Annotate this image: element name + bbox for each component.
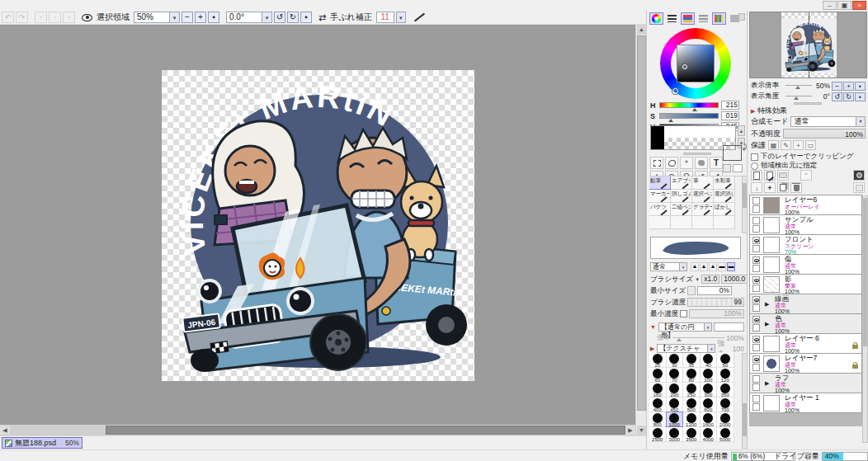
size-preset[interactable]: 300 [700,382,718,397]
new-layer-button[interactable] [751,170,762,181]
size-preset[interactable]: 250 [682,382,701,397]
nav-rotate-ccw-button[interactable]: ↺ [832,92,842,101]
zoom-value[interactable]: 50% [134,12,170,23]
layer-visibility-toggle[interactable] [752,256,760,264]
size-preset[interactable]: 30 [666,353,684,368]
layer-select-toggle[interactable] [752,344,760,351]
layer-select-toggle[interactable] [752,383,760,391]
size-preset[interactable]: 1200 [682,412,701,427]
layer-select-toggle[interactable] [752,403,760,411]
menu-item[interactable] [26,0,38,11]
layer-visibility-toggle[interactable] [752,336,760,343]
hue-slider[interactable] [659,102,719,108]
canvas-viewport[interactable]: VICEKEt MARtiN VICEKEt MARtiN [0,25,635,425]
brush-tool[interactable]: 消しゴム [670,189,692,203]
layer-row[interactable]: ▶ ラフ 通常 100% [749,373,862,393]
menu-item[interactable] [61,0,73,11]
canvas-document[interactable]: VICEKEt MARtiN VICEKEt MARtiN [162,70,474,381]
size-preset[interactable]: 2500 [649,426,667,442]
minimize-button[interactable]: – [823,1,837,10]
close-button[interactable]: × [852,1,866,10]
nav-zoom-out-button[interactable]: − [832,82,842,91]
angle-combo[interactable]: 0.0° ▾ [226,12,272,23]
tab-gray-sliders[interactable] [696,12,710,25]
density-value[interactable]: 99 [687,298,744,307]
size-preset[interactable]: 5000 [716,426,734,442]
layer-visibility-toggle[interactable] [752,296,760,303]
select-move-tool[interactable] [695,157,708,169]
layer-visibility-toggle[interactable] [752,316,760,323]
cut-button[interactable]: ▫ [35,12,47,23]
magic-wand-tool[interactable] [680,157,693,169]
zoom-dropdown-icon[interactable]: ▾ [170,12,180,23]
protect-move-button[interactable]: + [793,140,804,150]
brush-tool[interactable] [670,215,692,229]
layer-row[interactable]: ▶ 傷 通常 100% [749,254,862,275]
saturation-value-square[interactable] [677,45,715,82]
new-linework-layer-button[interactable] [764,170,776,181]
brush-tool[interactable] [713,215,735,229]
layer-row[interactable]: ▶ フロント スクリーン 70% [749,234,862,255]
nav-angle-reset-button[interactable]: ▪ [855,92,866,101]
document-tab[interactable]: 無題188.psd 50% [2,437,83,449]
menu-item[interactable] [107,0,119,11]
layer-row[interactable]: ▶ レイヤー 1 通常 100% [749,393,862,413]
brush-tool[interactable]: 筆 [691,176,714,190]
navigator-preview[interactable] [749,12,867,78]
layer-select-toggle[interactable] [752,324,760,332]
layer-select-toggle[interactable] [752,205,760,213]
zoom-in-button[interactable]: + [195,12,206,23]
merge-down-button[interactable] [764,182,776,193]
view-angle-slider[interactable] [785,92,812,101]
menu-item[interactable] [38,0,50,11]
hscroll-thumb[interactable] [106,426,625,435]
menu-item[interactable] [50,0,61,11]
folder-expand-icon[interactable]: ▶ [765,380,769,387]
brush-tool[interactable]: エアブラシ [670,176,692,190]
zoom-reset-button[interactable]: ▪ [208,12,219,23]
brush-tool[interactable]: ぼかし [713,202,735,216]
undo-button[interactable]: ↶ [2,12,14,23]
size-multiplier[interactable]: x1.0 [701,275,719,284]
size-preset[interactable]: 25 [649,353,667,368]
nav-zoom-in-button[interactable]: + [843,82,854,91]
shape-expand-icon[interactable]: ▼ [650,324,656,330]
layer-select-toggle[interactable] [752,304,760,312]
layer-mask-button[interactable] [853,170,865,181]
size-preset[interactable]: 800 [649,412,667,427]
rotate-ccw-button[interactable]: ↺ [274,12,285,23]
panel-scroll-button[interactable] [738,13,745,21]
view-zoom-slider[interactable] [785,82,812,90]
layer-select-toggle[interactable] [752,245,760,252]
brush-tool[interactable]: 選択消し [713,189,735,203]
min-size-toggle[interactable] [687,286,696,295]
redo-button[interactable]: ↷ [16,12,28,23]
tab-swatches[interactable] [712,12,726,25]
sv-marker[interactable] [682,64,687,69]
size-preset[interactable]: 3500 [682,426,701,442]
canvas-horizontal-scrollbar[interactable]: ◀ ▶ [0,425,635,435]
layer-wand-button[interactable]: ＊ [800,170,812,181]
layer-visibility-toggle[interactable] [752,276,760,284]
stabilizer-value[interactable]: 11 [376,12,394,23]
layer-row[interactable]: ▶ レイヤー7 通常 100% [749,353,862,374]
layer-visibility-toggle[interactable] [752,237,760,244]
brush-tool[interactable] [649,215,671,229]
brush-tool[interactable]: 選択ペン [691,189,714,203]
protect-alpha-button[interactable]: ▦ [768,140,779,150]
tab-hsv-bars[interactable] [665,12,679,25]
layer-visibility-toggle[interactable] [752,355,760,363]
layer-visibility-toggle[interactable] [752,197,760,205]
menu-item[interactable] [3,0,15,11]
copy-button[interactable]: ▫ [49,12,61,23]
layer-row[interactable]: ▶ サンプル 通常 100% [749,214,862,235]
foreground-color-swatch[interactable] [723,145,742,161]
min-size-value[interactable]: 0% [697,286,732,295]
size-preset[interactable]: 1600 [700,412,718,427]
size-preset[interactable]: 1000 [666,412,684,427]
new-folder-button[interactable] [777,170,789,181]
vscroll-thumb[interactable] [637,35,646,411]
panel-divider-handle[interactable] [683,153,711,155]
layer-row[interactable]: ▶ 線画 通常 100% [749,294,862,314]
lasso-tool[interactable] [665,157,678,169]
